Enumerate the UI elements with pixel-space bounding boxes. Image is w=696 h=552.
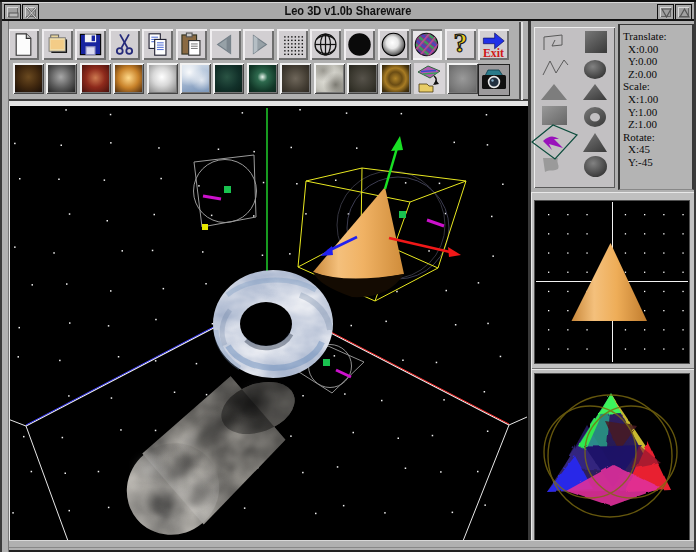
svg-text:Exit: Exit [483, 46, 504, 58]
svg-text:?: ? [453, 31, 467, 58]
